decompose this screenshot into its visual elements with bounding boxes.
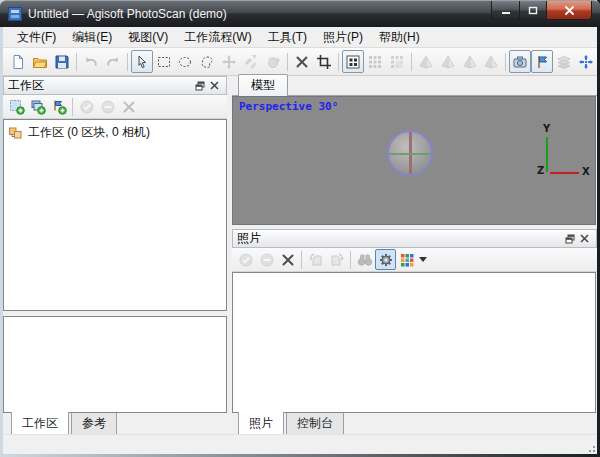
window-title: Untitled — Agisoft PhotoScan (demo): [28, 7, 227, 21]
close-photos-button[interactable]: [577, 232, 592, 246]
view-details-button: [386, 50, 408, 73]
menu-help[interactable]: 帮助(H): [371, 27, 428, 48]
rotate-left-icon: [308, 252, 324, 268]
float-icon: [565, 234, 575, 244]
close-panel-icon: [580, 234, 589, 243]
select-arrow-icon: [134, 54, 150, 70]
close-panel-button[interactable]: [207, 79, 222, 93]
photos-toolbar: [232, 248, 597, 272]
delete-button[interactable]: [291, 50, 313, 73]
rotate-left-button: [305, 249, 326, 270]
crop-button[interactable]: [313, 50, 335, 73]
rectangle-selection-button[interactable]: [153, 50, 175, 73]
new-project-button[interactable]: [7, 50, 29, 73]
minimize-icon: [501, 6, 511, 15]
select-tool-button[interactable]: [131, 50, 153, 73]
remove-photo-button[interactable]: [277, 249, 298, 270]
disable-minus-icon: [259, 252, 275, 268]
float-panel-button[interactable]: [192, 79, 207, 93]
add-marker-button[interactable]: [48, 96, 69, 117]
new-document-icon: [10, 54, 26, 70]
tab-workspace[interactable]: 工作区: [11, 412, 69, 436]
maximize-icon: [528, 6, 538, 15]
toolbar-separator: [338, 53, 339, 71]
perspective-label: Perspective 30°: [239, 100, 338, 113]
crop-icon: [316, 54, 332, 70]
redo-icon: [105, 54, 121, 70]
save-project-button[interactable]: [51, 50, 73, 73]
photoscan-window: Untitled — Agisoft PhotoScan (demo) 文件(F…: [0, 0, 600, 457]
toolbar-separator: [127, 53, 128, 71]
pyramid-points-icon: [418, 54, 434, 70]
y-axis-label: Y: [543, 123, 550, 134]
chevron-down-icon: [419, 257, 427, 262]
flag-icon: [534, 54, 550, 70]
toolbar-separator: [287, 53, 288, 71]
toolbar-separator: [411, 53, 412, 71]
main-toolbar: [3, 48, 597, 76]
freeform-selection-icon: [199, 54, 215, 70]
circle-selection-button[interactable]: [174, 50, 196, 73]
thumbnail-dropdown-button[interactable]: [417, 249, 429, 270]
x-axis-line: [550, 172, 579, 174]
status-bar: [3, 434, 597, 454]
add-marker-icon: [51, 99, 67, 115]
menu-photo[interactable]: 照片(P): [315, 27, 371, 48]
menu-workflow[interactable]: 工作流程(W): [176, 27, 259, 48]
trackball-sphere[interactable]: [387, 130, 433, 176]
add-chunk-button[interactable]: [6, 96, 27, 117]
menu-file[interactable]: 文件(F): [9, 27, 64, 48]
show-shapes-button: [553, 50, 575, 73]
thumbnail-size-button[interactable]: [396, 249, 417, 270]
navigation-tool-button: [218, 50, 240, 73]
enable-item-button: [76, 96, 97, 117]
menu-bar: 文件(F) 编辑(E) 视图(V) 工作流程(W) 工具(T) 照片(P) 帮助…: [3, 27, 597, 48]
close-button[interactable]: [547, 1, 592, 20]
navigation-icon: [221, 54, 237, 70]
disable-minus-icon: [100, 99, 116, 115]
enable-photo-button: [235, 249, 256, 270]
workspace-header: 工作区: [3, 76, 227, 95]
photo-settings-button[interactable]: [375, 249, 396, 270]
titlebar: Untitled — Agisoft PhotoScan (demo): [0, 0, 600, 27]
textured-view-button: [481, 50, 503, 73]
redo-button: [102, 50, 124, 73]
open-folder-icon: [32, 54, 48, 70]
move-pan-icon: [578, 54, 594, 70]
toolbar-separator: [301, 251, 302, 269]
photos-list-area[interactable]: [232, 272, 596, 413]
close-panel-icon: [210, 81, 219, 90]
float-icon: [195, 81, 205, 91]
layers-icon: [556, 54, 572, 70]
freeform-selection-button[interactable]: [196, 50, 218, 73]
show-cameras-button[interactable]: [509, 50, 531, 73]
camera-icon: [512, 54, 528, 70]
view-photo-button: [354, 249, 375, 270]
model-viewport[interactable]: Perspective 30° Y X Z: [232, 96, 596, 225]
minimize-button[interactable]: [491, 1, 520, 20]
resize-grip[interactable]: [585, 442, 595, 452]
axis-gizmo: Y X Z: [533, 119, 595, 181]
binoculars-icon: [357, 252, 373, 268]
workspace-root-item[interactable]: 工作区 (0 区块, 0 相机): [6, 123, 224, 142]
workspace-tree[interactable]: 工作区 (0 区块, 0 相机): [3, 119, 227, 311]
tab-reference[interactable]: 参考: [71, 413, 117, 436]
maximize-button[interactable]: [520, 1, 547, 20]
menu-view[interactable]: 视图(V): [120, 27, 176, 48]
tab-console[interactable]: 控制台: [286, 413, 344, 436]
grid-3x3-icon: [367, 54, 383, 70]
tab-photos[interactable]: 照片: [238, 412, 284, 436]
tab-model[interactable]: 模型: [238, 74, 288, 96]
navigation-mode-button[interactable]: [575, 50, 597, 73]
view-pairs-button[interactable]: [342, 50, 364, 73]
menu-tools[interactable]: 工具(T): [260, 27, 315, 48]
photos-header: 照片: [232, 229, 597, 248]
rotate-object-icon: [265, 54, 281, 70]
main-area: 工作区: [3, 76, 597, 434]
add-photos-button[interactable]: [27, 96, 48, 117]
z-axis-label: Z: [537, 165, 544, 176]
float-photos-button[interactable]: [562, 232, 577, 246]
open-project-button[interactable]: [29, 50, 51, 73]
show-markers-button[interactable]: [531, 50, 553, 73]
menu-edit[interactable]: 编辑(E): [64, 27, 120, 48]
